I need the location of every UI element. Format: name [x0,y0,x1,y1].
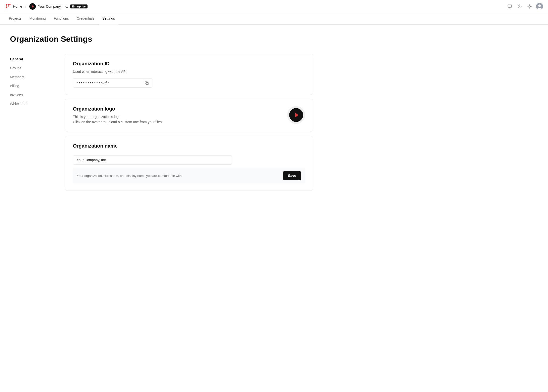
org-name-input[interactable] [73,155,232,165]
org-logo-card: Organization logo This is your organizat… [65,99,313,132]
svg-line-15 [531,7,531,8]
top-nav-left: Home / Your Company, Inc. Enterprise [5,3,504,10]
svg-marker-24 [295,113,298,117]
svg-point-2 [8,4,9,5]
svg-point-4 [6,5,7,7]
page-content: Organization Settings General Groups Mem… [0,25,323,201]
sidebar-item-general[interactable]: General [10,55,55,64]
org-id-value: ***********67f3 [76,81,144,85]
svg-point-1 [6,4,7,5]
app-logo [5,3,11,10]
svg-point-6 [6,7,7,8]
org-name-hint: Your organization's full name, or a disp… [77,174,183,178]
svg-rect-23 [146,82,148,85]
svg-point-21 [538,4,541,7]
svg-point-5 [8,5,9,7]
logo-card-text: Organization logo This is your organizat… [73,106,281,125]
settings-sidebar: General Groups Members Billing Invoices … [10,54,55,108]
sidebar-item-groups[interactable]: Groups [10,64,55,73]
svg-point-11 [529,5,531,7]
org-logo-description1: This is your organization's logo. [73,114,281,119]
monitor-icon-button[interactable] [506,3,513,10]
home-link[interactable]: Home [5,3,22,10]
org-id-description: Used when interacting with the API. [73,69,305,74]
svg-line-18 [528,7,528,8]
sidebar-item-billing[interactable]: Billing [10,81,55,90]
org-logo-description2: Click on the avatar to upload a custom o… [73,119,281,125]
tab-functions[interactable]: Functions [50,13,73,24]
sun-icon-button[interactable] [526,3,533,10]
org-id-title: Organization ID [73,61,305,67]
nav-separator: / [25,4,26,9]
copy-org-id-button[interactable] [144,80,149,85]
logo-card-inner: Organization logo This is your organizat… [73,106,305,125]
company-section: Your Company, Inc. Enterprise [29,3,88,10]
settings-layout: General Groups Members Billing Invoices … [10,54,313,191]
secondary-nav: Projects Monitoring Functions Credential… [0,13,548,25]
org-logo-inner [289,108,303,122]
top-nav-right [506,3,543,10]
tab-credentials[interactable]: Credentials [73,13,98,24]
org-logo-title: Organization logo [73,106,281,112]
user-avatar[interactable] [536,3,543,10]
svg-rect-8 [508,5,512,7]
org-logo-avatar[interactable] [287,106,305,124]
top-nav: Home / Your Company, Inc. Enterprise [0,0,548,13]
org-id-card: Organization ID Used when interacting wi… [65,54,313,95]
sidebar-item-invoices[interactable]: Invoices [10,90,55,99]
moon-icon-button[interactable] [516,3,523,10]
page-title: Organization Settings [10,35,313,44]
tab-settings[interactable]: Settings [98,13,119,24]
tab-monitoring[interactable]: Monitoring [26,13,50,24]
home-label: Home [13,4,22,8]
settings-main: Organization ID Used when interacting wi… [65,54,313,191]
org-name-card: Organization name Your organization's fu… [65,136,313,191]
org-id-field: ***********67f3 [73,78,152,88]
sidebar-item-white-label[interactable]: White label [10,99,55,108]
company-avatar [29,3,36,10]
org-name-footer: Your organization's full name, or a disp… [73,168,305,184]
tab-projects[interactable]: Projects [5,13,26,24]
svg-line-14 [528,5,528,5]
org-name-title: Organization name [73,143,305,149]
svg-marker-7 [32,5,34,8]
company-name: Your Company, Inc. [38,4,68,8]
svg-line-19 [531,5,531,5]
svg-point-3 [9,4,11,5]
sidebar-item-members[interactable]: Members [10,73,55,81]
save-button[interactable]: Save [283,171,301,180]
enterprise-badge: Enterprise [70,4,88,8]
